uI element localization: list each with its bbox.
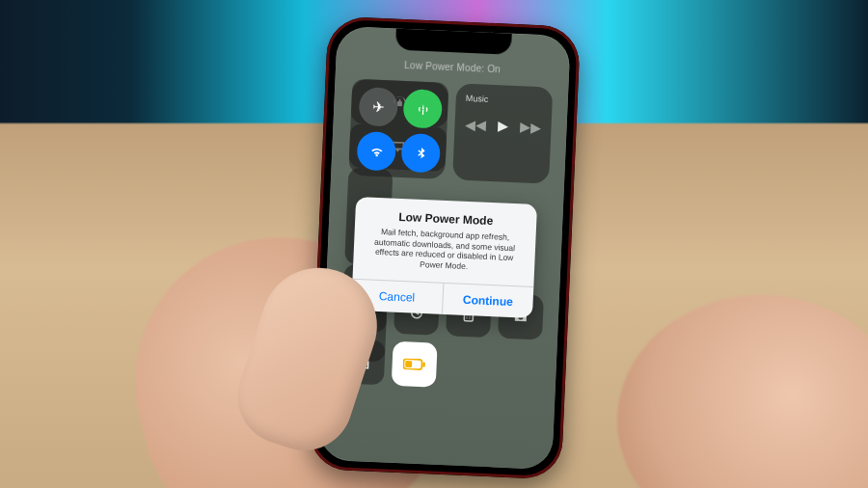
photo-background: Low Power Mode: On ✈ [0, 0, 868, 488]
battery-icon [402, 358, 426, 370]
connectivity-panel[interactable]: ✈ [348, 79, 448, 179]
continue-button[interactable]: Continue [442, 283, 534, 317]
cellular-data-toggle[interactable] [402, 89, 443, 129]
alert-message: Mail fetch, background app refresh, auto… [366, 227, 523, 274]
antenna-icon [415, 101, 430, 117]
low-power-mode-tile[interactable] [392, 341, 438, 388]
phone-screen: Low Power Mode: On ✈ [318, 26, 570, 470]
media-next-icon[interactable]: ▶▶ [520, 119, 542, 135]
svg-rect-3 [405, 361, 412, 367]
wifi-toggle[interactable] [356, 131, 396, 172]
hand-right [617, 295, 868, 488]
alert-title: Low Power Mode [366, 208, 525, 229]
airplane-mode-toggle[interactable]: ✈ [358, 87, 398, 127]
media-play-icon[interactable]: ▶ [498, 118, 509, 133]
svg-rect-4 [422, 363, 425, 367]
airplane-icon: ✈ [371, 98, 385, 117]
media-prev-icon[interactable]: ◀◀ [465, 117, 487, 133]
bluetooth-icon [413, 146, 428, 161]
bluetooth-toggle[interactable] [400, 133, 441, 174]
wifi-icon [368, 144, 384, 159]
media-panel[interactable]: Music ◀◀ ▶ ▶▶ [452, 83, 553, 183]
media-label: Music [466, 94, 547, 107]
low-power-mode-alert: Low Power Mode Mail fetch, background ap… [351, 197, 537, 318]
